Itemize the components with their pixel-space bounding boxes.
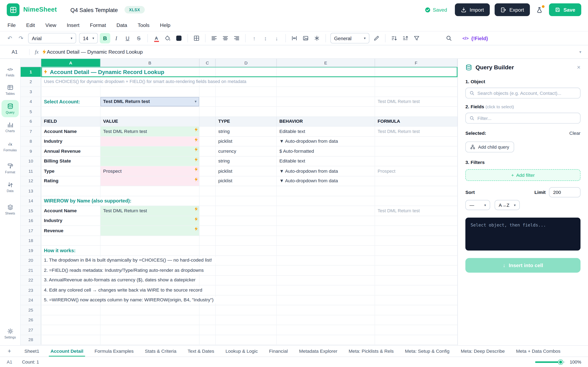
cell-F26[interactable]: [375, 315, 458, 325]
cell-B12[interactable]: [100, 176, 199, 186]
vertical-align-middle-button[interactable]: ↕: [260, 33, 271, 43]
cell-A19[interactable]: How it works:: [41, 246, 100, 255]
cell-E15[interactable]: [277, 206, 375, 216]
bold-button[interactable]: B: [100, 33, 110, 43]
align-center-button[interactable]: [220, 33, 231, 43]
cell-F4[interactable]: Test DML Return test: [375, 97, 458, 106]
fill-color-button[interactable]: [162, 33, 173, 43]
row-header-18[interactable]: 18: [21, 236, 41, 245]
menu-insert[interactable]: Insert: [67, 22, 79, 28]
column-header-d[interactable]: D: [216, 59, 277, 67]
cell-D28[interactable]: [216, 335, 277, 345]
cell-E1[interactable]: [277, 67, 375, 77]
menu-view[interactable]: View: [45, 22, 56, 28]
cell-E10[interactable]: Editable text: [277, 156, 375, 166]
cell-C19[interactable]: [199, 246, 216, 255]
cell-A27[interactable]: [41, 325, 100, 334]
cell-C11[interactable]: [199, 166, 216, 176]
row-header-23[interactable]: 23: [21, 285, 41, 295]
cell-B13[interactable]: [100, 186, 199, 196]
cell-C14[interactable]: [199, 196, 216, 206]
sheet-tab-meta-data-combos[interactable]: Meta + Data Combos: [510, 346, 566, 356]
row-header-13[interactable]: 13: [21, 186, 41, 196]
cell-E22[interactable]: [277, 275, 375, 285]
cell-E23[interactable]: [277, 285, 375, 295]
sheet-tab-metadata-explorer[interactable]: Metadata Explorer: [293, 346, 343, 356]
row-header-14[interactable]: 14: [21, 196, 41, 206]
cell-F7[interactable]: Test DML Return test: [375, 127, 458, 136]
row-header-11[interactable]: 11: [21, 166, 41, 176]
limit-input[interactable]: [549, 187, 580, 197]
cell-C3[interactable]: [199, 87, 216, 96]
cell-D9[interactable]: currency: [216, 146, 277, 156]
formula-content[interactable]: Account Detail — Dynamic Record Lookup: [47, 49, 143, 55]
cell-C25[interactable]: [199, 305, 216, 315]
cell-C17[interactable]: [199, 226, 216, 235]
cell-E24[interactable]: [277, 295, 375, 305]
row-header-6[interactable]: 6: [21, 117, 41, 126]
sheet-tab-meta-deep-describe[interactable]: Meta: Deep Describe: [455, 346, 510, 356]
cell-D10[interactable]: string: [216, 156, 277, 166]
cell-F9[interactable]: [375, 146, 458, 156]
sparkle-function-button[interactable]: [311, 33, 322, 43]
row-header-7[interactable]: 7: [21, 127, 41, 136]
zoom-slider-handle[interactable]: [558, 360, 563, 364]
row-header-24[interactable]: 24: [21, 295, 41, 305]
cell-F10[interactable]: [375, 156, 458, 166]
cell-C5[interactable]: [199, 107, 216, 116]
cell-D21[interactable]: [216, 266, 277, 275]
row-header-25[interactable]: 25: [21, 305, 41, 315]
cell-E14[interactable]: [277, 196, 375, 206]
sort-direction-select[interactable]: A→Z▾: [495, 200, 520, 210]
cell-A13[interactable]: [41, 186, 100, 196]
row-header-26[interactable]: 26: [21, 315, 41, 325]
cell-F28[interactable]: [375, 335, 458, 345]
sheet-tab-account-detail[interactable]: Account Detail: [45, 346, 89, 356]
cell-E9[interactable]: $ Auto-formatted: [277, 146, 375, 156]
cell-A12[interactable]: Rating: [41, 176, 100, 186]
cell-B25[interactable]: [100, 305, 199, 315]
cell-A8[interactable]: Industry: [41, 136, 100, 146]
row-header-5[interactable]: 5: [21, 107, 41, 116]
italic-button[interactable]: I: [111, 33, 121, 43]
cell-A2[interactable]: Uses CHOICES() for dynamic dropdown + FI…: [41, 77, 100, 86]
cell-B19[interactable]: [100, 246, 199, 255]
cell-E16[interactable]: [277, 216, 375, 225]
cell-A11[interactable]: Type: [41, 166, 100, 176]
cell-shade-button[interactable]: [173, 33, 184, 43]
cell-B16[interactable]: [100, 216, 199, 225]
row-header-12[interactable]: 12: [21, 176, 41, 186]
cell-D7[interactable]: string: [216, 127, 277, 136]
cell-C15[interactable]: [199, 206, 216, 216]
align-right-button[interactable]: [231, 33, 242, 43]
cell-E2[interactable]: [277, 77, 375, 86]
strikethrough-button[interactable]: S: [134, 33, 144, 43]
cell-A22[interactable]: 3. AnnualRevenue auto-formats as currenc…: [41, 275, 100, 285]
cell-D6[interactable]: TYPE: [216, 117, 277, 126]
cell-B28[interactable]: [100, 335, 199, 345]
document-title[interactable]: Q4 Sales Template: [70, 7, 118, 13]
cell-E26[interactable]: [277, 315, 375, 325]
column-header-c[interactable]: C: [199, 59, 216, 67]
row-header-21[interactable]: 21: [21, 266, 41, 275]
cell-F6[interactable]: FORMULA: [375, 117, 458, 126]
row-header-9[interactable]: 9: [21, 146, 41, 156]
column-header-b[interactable]: B: [100, 59, 199, 67]
cell-D18[interactable]: [216, 236, 277, 245]
borders-button[interactable]: [191, 33, 202, 43]
text-color-button[interactable]: A: [151, 33, 162, 43]
row-header-16[interactable]: 16: [21, 216, 41, 225]
cell-E4[interactable]: [277, 97, 375, 106]
row-header-19[interactable]: 19: [21, 246, 41, 255]
sidebar-item-charts[interactable]: Charts: [1, 119, 18, 136]
underline-button[interactable]: U: [122, 33, 133, 43]
cell-B4[interactable]: Test DML Return test▾: [100, 97, 199, 106]
cell-F21[interactable]: [375, 266, 458, 275]
close-icon[interactable]: ×: [577, 64, 580, 71]
cell-C10[interactable]: [199, 156, 216, 166]
cell-A15[interactable]: Account Name: [41, 206, 100, 216]
sheet-tab-meta-setup-config[interactable]: Meta: Setup & Config: [399, 346, 455, 356]
cell-F13[interactable]: [375, 186, 458, 196]
sidebar-item-formulas[interactable]: √xFormulas: [1, 137, 18, 155]
cell-D5[interactable]: [216, 107, 277, 116]
